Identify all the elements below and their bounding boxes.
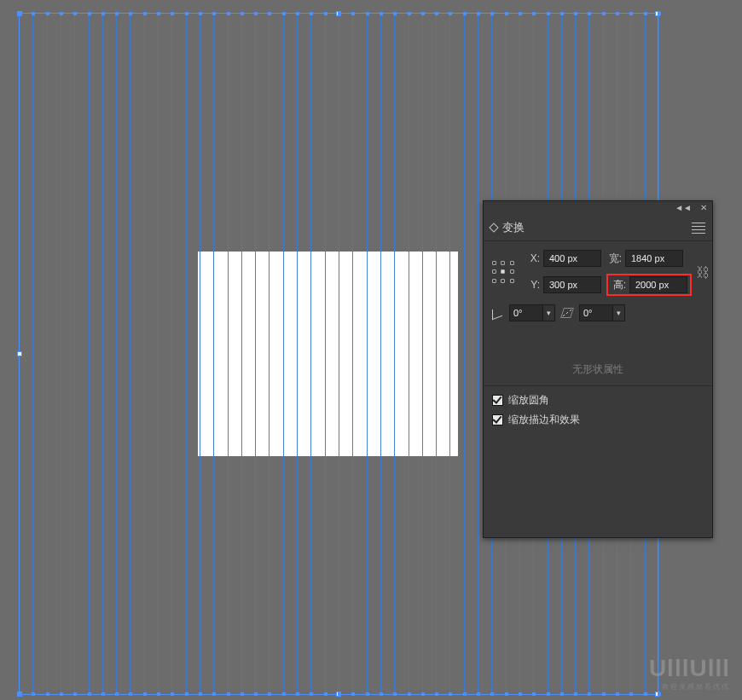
anchor-point[interactable] — [490, 12, 494, 15]
anchor-point[interactable] — [408, 692, 411, 696]
anchor-point[interactable] — [338, 692, 341, 696]
anchor-point[interactable] — [505, 12, 508, 15]
anchor-point[interactable] — [46, 12, 49, 15]
reference-point-grid[interactable] — [492, 261, 516, 285]
link-wh-icon[interactable]: ⛓︎ — [696, 265, 710, 281]
anchor-point[interactable] — [477, 692, 480, 696]
ref-point-sw[interactable] — [492, 279, 496, 283]
anchor-point[interactable] — [212, 12, 216, 15]
anchor-point[interactable] — [73, 12, 77, 15]
anchor-point[interactable] — [60, 692, 63, 696]
panel-close-icon[interactable]: ✕ — [700, 203, 707, 217]
anchor-point[interactable] — [324, 692, 328, 696]
anchor-point[interactable] — [505, 692, 508, 696]
anchor-point[interactable] — [241, 692, 244, 696]
anchor-point[interactable] — [449, 692, 452, 696]
anchor-point[interactable] — [588, 12, 591, 15]
anchor-point[interactable] — [212, 692, 216, 696]
anchor-point[interactable] — [547, 692, 550, 696]
anchor-point[interactable] — [199, 692, 202, 696]
panel-menu-icon[interactable] — [692, 223, 705, 234]
anchor-point[interactable] — [310, 12, 313, 15]
anchor-point[interactable] — [88, 12, 91, 15]
anchor-point[interactable] — [101, 692, 105, 696]
anchor-point[interactable] — [268, 12, 271, 15]
anchor-point[interactable] — [296, 692, 299, 696]
x-input[interactable] — [543, 250, 601, 267]
anchor-point[interactable] — [18, 12, 21, 15]
anchor-point[interactable] — [393, 692, 397, 696]
anchor-point[interactable] — [560, 692, 564, 696]
anchor-point[interactable] — [602, 12, 606, 15]
anchor-point[interactable] — [644, 692, 647, 696]
anchor-point[interactable] — [421, 12, 425, 15]
anchor-point[interactable] — [519, 12, 522, 15]
anchor-point[interactable] — [101, 12, 105, 15]
anchor-point[interactable] — [380, 12, 383, 15]
anchor-point[interactable] — [574, 12, 577, 15]
anchor-point[interactable] — [227, 692, 230, 696]
anchor-point[interactable] — [185, 692, 188, 696]
anchor-point[interactable] — [32, 692, 35, 696]
anchor-point[interactable] — [324, 12, 328, 15]
anchor-point[interactable] — [616, 12, 619, 15]
anchor-point[interactable] — [143, 692, 147, 696]
selection-handle-w[interactable] — [17, 351, 22, 356]
height-input[interactable] — [629, 276, 687, 293]
anchor-point[interactable] — [282, 692, 286, 696]
rotate-input[interactable] — [510, 308, 542, 318]
ref-point-w[interactable] — [492, 269, 496, 274]
width-input[interactable] — [625, 250, 683, 267]
anchor-point[interactable] — [268, 692, 271, 696]
anchor-point[interactable] — [157, 12, 160, 15]
anchor-point[interactable] — [129, 692, 132, 696]
anchor-point[interactable] — [32, 12, 35, 15]
anchor-point[interactable] — [115, 12, 119, 15]
anchor-point[interactable] — [60, 12, 63, 15]
rotate-dropdown[interactable]: ▾ — [509, 304, 555, 321]
anchor-point[interactable] — [658, 692, 661, 696]
anchor-point[interactable] — [532, 12, 536, 15]
anchor-point[interactable] — [351, 692, 355, 696]
scale-strokes-checkbox[interactable]: 缩放描边和效果 — [492, 413, 704, 427]
anchor-point[interactable] — [380, 692, 383, 696]
ref-point-center[interactable] — [501, 269, 505, 274]
ref-point-ne[interactable] — [510, 261, 514, 265]
anchor-point[interactable] — [366, 692, 369, 696]
anchor-point[interactable] — [644, 12, 647, 15]
anchor-point[interactable] — [366, 12, 369, 15]
shear-caret-icon[interactable]: ▾ — [612, 305, 624, 321]
anchor-point[interactable] — [254, 12, 258, 15]
anchor-point[interactable] — [449, 12, 452, 15]
scale-corners-checkbox[interactable]: 缩放圆角 — [492, 393, 704, 408]
y-input[interactable] — [543, 276, 601, 293]
anchor-point[interactable] — [73, 692, 77, 696]
anchor-point[interactable] — [658, 12, 661, 15]
anchor-point[interactable] — [616, 692, 619, 696]
anchor-point[interactable] — [129, 12, 132, 15]
anchor-point[interactable] — [574, 692, 577, 696]
anchor-point[interactable] — [588, 692, 591, 696]
anchor-point[interactable] — [463, 692, 467, 696]
anchor-point[interactable] — [185, 12, 188, 15]
anchor-point[interactable] — [157, 692, 160, 696]
anchor-point[interactable] — [338, 12, 341, 15]
anchor-point[interactable] — [227, 12, 230, 15]
ref-point-se[interactable] — [510, 279, 514, 283]
anchor-point[interactable] — [18, 692, 21, 696]
anchor-point[interactable] — [393, 12, 397, 15]
anchor-point[interactable] — [629, 692, 633, 696]
ref-point-s[interactable] — [501, 279, 505, 283]
panel-collapse-icon[interactable]: ◄◄ — [675, 203, 692, 217]
shear-dropdown[interactable]: ▾ — [579, 304, 625, 321]
anchor-point[interactable] — [88, 692, 91, 696]
anchor-point[interactable] — [519, 692, 522, 696]
ref-point-e[interactable] — [510, 269, 514, 274]
anchor-point[interactable] — [310, 692, 313, 696]
anchor-point[interactable] — [241, 12, 244, 15]
anchor-point[interactable] — [254, 692, 258, 696]
anchor-point[interactable] — [351, 12, 355, 15]
anchor-point[interactable] — [532, 692, 536, 696]
anchor-point[interactable] — [115, 692, 119, 696]
anchor-point[interactable] — [408, 12, 411, 15]
